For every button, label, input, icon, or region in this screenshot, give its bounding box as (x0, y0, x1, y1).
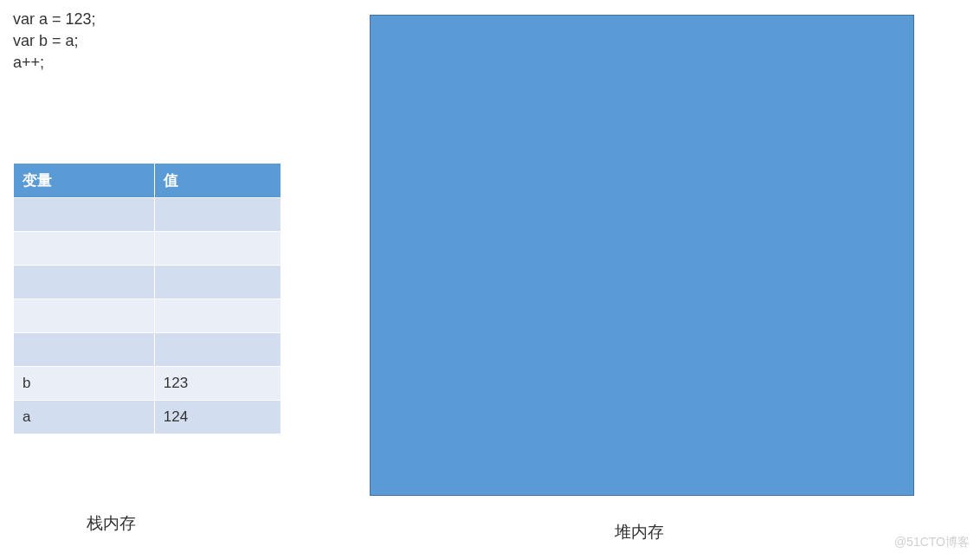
table-row (14, 266, 281, 299)
table-row (14, 299, 281, 333)
table-row (14, 198, 281, 232)
watermark: @51CTO博客 (894, 535, 970, 550)
cell-variable: b (14, 367, 155, 401)
cell-value (154, 333, 280, 367)
cell-variable (14, 198, 155, 232)
code-line-1: var a = 123; (13, 9, 96, 30)
cell-value: 124 (154, 401, 280, 434)
table-row (14, 232, 281, 266)
code-line-3: a++; (13, 52, 96, 74)
stack-memory-table: 变量 值 b 123 a 124 (13, 163, 281, 434)
heap-memory-box (370, 15, 914, 496)
cell-variable (14, 232, 155, 266)
cell-variable (14, 333, 155, 367)
heap-memory-label: 堆内存 (615, 521, 664, 543)
header-value: 值 (154, 164, 280, 198)
cell-value (154, 299, 280, 333)
table-row: a 124 (14, 401, 281, 434)
stack-memory-label: 栈内存 (87, 512, 136, 535)
cell-variable (14, 299, 155, 333)
header-variable: 变量 (14, 164, 155, 198)
cell-variable: a (14, 401, 155, 434)
cell-value: 123 (154, 367, 280, 401)
table-header-row: 变量 值 (14, 164, 281, 198)
code-line-2: var b = a; (13, 30, 96, 52)
cell-variable (14, 266, 155, 299)
code-snippet: var a = 123; var b = a; a++; (13, 9, 96, 74)
cell-value (154, 198, 280, 232)
cell-value (154, 232, 280, 266)
table-row: b 123 (14, 367, 281, 401)
cell-value (154, 266, 280, 299)
table-row (14, 333, 281, 367)
